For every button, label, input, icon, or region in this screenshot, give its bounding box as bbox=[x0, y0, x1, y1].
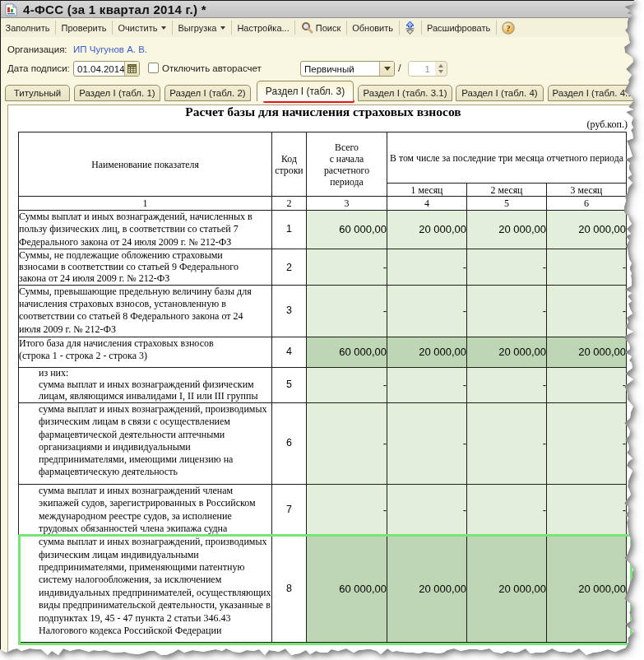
row-value-cell[interactable]: 20 000,00 bbox=[547, 337, 627, 368]
row-value-cell[interactable]: 20 000,00 bbox=[547, 211, 627, 249]
sign-date-label: Дата подписи: bbox=[7, 63, 70, 73]
slash-separator: / bbox=[398, 62, 401, 74]
toolbar-separator bbox=[172, 21, 173, 35]
toolbar-separator bbox=[496, 21, 497, 35]
tab-2[interactable]: Раздел I (табл. 1) bbox=[74, 85, 160, 101]
toolbar-separator bbox=[346, 21, 347, 35]
table-row-4: Итого база для начисления страховых взно… bbox=[19, 337, 627, 368]
row-code-cell: 3 bbox=[272, 286, 307, 337]
header-month-3: 3 месяц bbox=[547, 184, 627, 197]
row-value-cell[interactable]: 60 000,00 bbox=[307, 337, 387, 368]
row-value-cell[interactable]: 20 000,00 bbox=[387, 211, 467, 249]
row-name-cell: Итого база для начисления страховых взно… bbox=[19, 337, 272, 368]
row-value-cell[interactable]: - bbox=[547, 403, 627, 485]
toolbar-button-заполнить[interactable]: Заполнить bbox=[1, 19, 54, 36]
calendar-icon bbox=[127, 64, 137, 73]
tab-1[interactable]: Титульный bbox=[5, 85, 70, 101]
calendar-button[interactable] bbox=[124, 62, 139, 76]
row-value-cell[interactable]: - bbox=[547, 485, 627, 536]
report-title: Расчет базы для начисления страховых взн… bbox=[19, 105, 628, 119]
toolbar-button-расшифровать[interactable]: Расшифровать bbox=[423, 19, 495, 36]
toolbar-button-очистить[interactable]: Очистить bbox=[114, 19, 171, 36]
autocalc-checkbox[interactable] bbox=[148, 63, 159, 73]
row-value-cell[interactable]: - bbox=[467, 368, 547, 403]
tab-5[interactable]: Раздел I (табл. 3.1) bbox=[358, 85, 452, 101]
row-name-cell: сумма выплат и иных вознаграждений, прои… bbox=[19, 403, 272, 485]
row-value-cell[interactable]: 20 000,00 bbox=[467, 211, 547, 249]
organization-label: Организация: bbox=[7, 44, 67, 54]
correction-number-spinner[interactable]: 1 bbox=[408, 61, 447, 77]
table-row-1: Суммы выплат и иных вознаграждений, начи… bbox=[19, 211, 627, 249]
spinner-buttons[interactable] bbox=[435, 62, 447, 76]
header-months-group: В том числе за последние три месяца отче… bbox=[387, 132, 627, 184]
row-value-cell[interactable]: - bbox=[307, 485, 387, 536]
row-code-cell: 7 bbox=[272, 485, 307, 536]
toolbar-button-label: Выгрузка bbox=[178, 23, 216, 33]
toolbar-button-help-icon[interactable]: ? bbox=[498, 19, 520, 36]
row-value-cell[interactable]: - bbox=[547, 249, 627, 286]
row-value-cell[interactable]: - bbox=[387, 286, 467, 337]
row-value-cell[interactable]: - bbox=[387, 249, 467, 286]
chevron-down-icon bbox=[384, 67, 391, 71]
column-number-row: 123456 bbox=[19, 197, 627, 211]
organization-value[interactable]: ИП Чугунов А. В. bbox=[73, 44, 147, 54]
tab-3[interactable]: Раздел I (табл. 2) bbox=[164, 85, 251, 101]
toolbar-button-настройка-[interactable]: Настройка... bbox=[233, 19, 294, 36]
table-row-3: Суммы, превышающие предельную величину б… bbox=[19, 286, 627, 337]
sign-date-value[interactable]: 01.04.2014 bbox=[74, 64, 124, 74]
torn-paper-shadow: 4-ФСС (за 1 квартал 2014 г.) * Заполнить… bbox=[0, 0, 644, 660]
report-units: (руб.коп.) bbox=[19, 119, 628, 131]
row-value-cell[interactable]: - bbox=[307, 403, 387, 485]
correction-number-value[interactable]: 1 bbox=[409, 62, 435, 76]
header-month-1: 1 месяц bbox=[387, 184, 467, 197]
row-value-cell[interactable]: - bbox=[467, 286, 547, 337]
row-value-cell[interactable]: 60 000,00 bbox=[307, 211, 387, 249]
row-value-cell[interactable]: - bbox=[387, 485, 467, 536]
report-kind-combobox[interactable]: Первичный bbox=[300, 61, 395, 77]
toolbar-button-обновить[interactable]: Обновить bbox=[348, 19, 398, 36]
row-value-cell[interactable]: - bbox=[467, 403, 547, 485]
toolbar-button-label: Обновить bbox=[352, 23, 393, 33]
sign-date-field[interactable]: 01.04.2014 bbox=[73, 61, 140, 77]
table-row-5: из них: сумма выплат и иных вознагражден… bbox=[19, 368, 627, 403]
row-code-cell: 4 bbox=[272, 337, 307, 368]
toolbar-separator bbox=[399, 21, 400, 35]
tab-7[interactable]: Раздел I (табл. 4.1) bbox=[548, 85, 641, 101]
chevron-down-icon bbox=[161, 26, 166, 30]
table-header-row: Наименование показателя Код строки Всего… bbox=[19, 132, 627, 184]
autocalc-label: Отключить авторасчет bbox=[162, 63, 262, 73]
toolbar-button-collapse-expand-icon[interactable] bbox=[401, 19, 420, 36]
row-value-cell[interactable]: - bbox=[387, 368, 467, 403]
row-name-cell: сумма выплат и иных вознаграждений члена… bbox=[19, 485, 272, 536]
row-value-cell[interactable]: 20 000,00 bbox=[387, 337, 467, 368]
row-value-cell[interactable]: - bbox=[467, 485, 547, 536]
row-value-cell[interactable]: - bbox=[467, 249, 547, 286]
column-number-cell: 4 bbox=[387, 197, 467, 211]
combobox-dropdown-button[interactable] bbox=[379, 62, 394, 76]
row-value-cell[interactable]: - bbox=[387, 403, 467, 485]
report-kind-value[interactable]: Первичный bbox=[301, 64, 379, 74]
spin-down-icon bbox=[438, 70, 443, 73]
header-month-2: 2 месяц bbox=[467, 184, 547, 197]
row-value-cell[interactable]: - bbox=[307, 249, 387, 286]
table-row-6: сумма выплат и иных вознаграждений, прои… bbox=[19, 403, 627, 485]
tab-6[interactable]: Раздел I (табл. 4) bbox=[456, 85, 544, 101]
row-value-cell[interactable]: - bbox=[307, 368, 387, 403]
header-name: Наименование показателя bbox=[19, 132, 272, 197]
row-value-cell[interactable]: - bbox=[547, 368, 627, 403]
row-value-cell[interactable]: - bbox=[307, 286, 387, 337]
search-icon bbox=[301, 21, 313, 34]
column-number-cell: 1 bbox=[19, 197, 272, 211]
toolbar: ЗаполнитьПроверитьОчиститьВыгрузкаНастро… bbox=[1, 18, 635, 38]
toolbar-button-поиск[interactable]: Поиск bbox=[296, 19, 345, 36]
toolbar-separator bbox=[55, 21, 56, 35]
row-value-cell[interactable]: 20 000,00 bbox=[467, 337, 547, 368]
header-code: Код строки bbox=[272, 132, 307, 197]
row-code-cell: 5 bbox=[272, 368, 307, 403]
window-title: 4-ФСС (за 1 квартал 2014 г.) * bbox=[23, 2, 206, 16]
screenshot-stage: 4-ФСС (за 1 квартал 2014 г.) * Заполнить… bbox=[0, 0, 644, 660]
toolbar-button-выгрузка[interactable]: Выгрузка bbox=[174, 19, 230, 36]
row-value-cell[interactable]: - bbox=[547, 286, 627, 337]
toolbar-button-проверить[interactable]: Проверить bbox=[57, 19, 111, 36]
tab-4-active[interactable]: Раздел I (табл. 3) bbox=[257, 81, 354, 101]
